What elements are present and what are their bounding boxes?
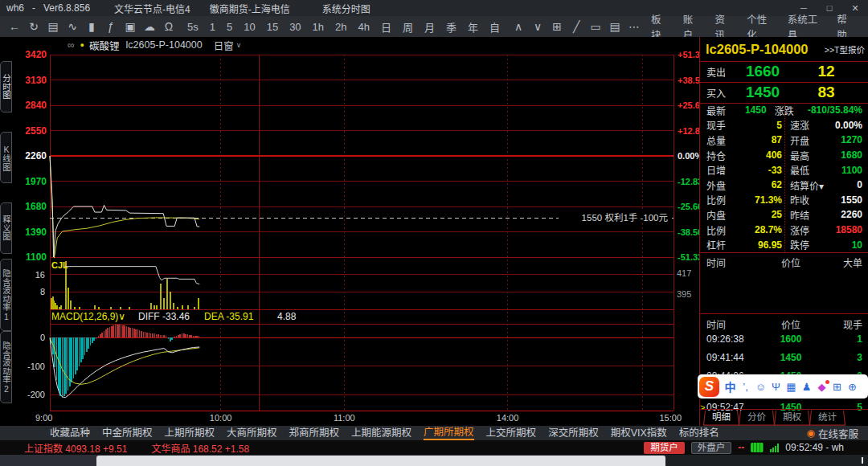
exchange-tab-标的排名[interactable]: 标的排名: [679, 427, 719, 439]
period-button-30[interactable]: 30: [284, 21, 306, 33]
stat-label[interactable]: 结算价▾: [790, 178, 832, 192]
svg-text:10:00: 10:00: [210, 413, 232, 423]
trade-time: 09:41:44: [706, 352, 763, 363]
svg-text:11:00: 11:00: [334, 413, 355, 423]
back-icon[interactable]: ←: [5, 17, 24, 37]
overseas-account-button[interactable]: 外盘户: [691, 442, 732, 454]
expand-icon[interactable]: ∨: [528, 17, 547, 37]
exchange-tab-上交所期权[interactable]: 上交所期权: [486, 427, 537, 439]
ime-voice-icon[interactable]: Ψ: [768, 381, 784, 393]
stat-label: 内盘: [706, 208, 745, 222]
svg-text:1550 权利1手 -100元: 1550 权利1手 -100元: [582, 212, 669, 223]
broker-label: 徽商期货-上海电信: [210, 2, 290, 15]
order-flow-icon[interactable]: ƒ: [101, 17, 121, 37]
os-taskbar[interactable]: [0, 455, 868, 466]
tick-line-icon[interactable]: ∿: [63, 17, 82, 37]
ime-toolbox-icon[interactable]: ⊞: [829, 381, 845, 393]
link-icon[interactable]: ∞: [68, 39, 75, 51]
period-button-周[interactable]: 周: [397, 19, 419, 35]
ask-row[interactable]: 卖出 1660 12: [700, 61, 868, 82]
index-ticker: 文华商品 168.52 +1.58: [151, 441, 249, 455]
period-button-5s[interactable]: 5s: [182, 21, 204, 33]
exchange-tab-深交所期权[interactable]: 深交所期权: [548, 427, 599, 439]
period-button-年[interactable]: 年: [462, 19, 484, 35]
ime-toolbar: S 中’,☺Ψ▦♟◆⊞⊕: [698, 374, 868, 399]
svg-text:MACD(12,26,9)∨: MACD(12,26,9)∨: [51, 311, 125, 322]
period-button-4h[interactable]: 4h: [353, 21, 375, 33]
cloud-download-icon[interactable]: ☁: [140, 17, 159, 37]
exchange-tab-上期所期权[interactable]: 上期所期权: [165, 427, 215, 439]
pip-window-icon[interactable]: ▣: [121, 17, 140, 37]
quote-board-icon[interactable]: ▤: [43, 17, 63, 37]
taskbar-tray[interactable]: [665, 455, 868, 466]
quote-title-row: lc2605-P-104000 >>T型报价: [700, 37, 868, 61]
exchange-tab-上期能源期权[interactable]: 上期能源期权: [351, 427, 411, 439]
ime-settings-icon[interactable]: ⊕: [845, 381, 860, 393]
view-tab-1[interactable]: 分时图: [0, 61, 12, 112]
refresh-icon[interactable]: ↻: [24, 17, 43, 37]
period-button-2h[interactable]: 2h: [330, 21, 352, 33]
ime-punctuation-icon[interactable]: ’,: [738, 381, 753, 393]
ime-chinese-mode-icon[interactable]: 中: [723, 378, 738, 394]
period-button-月[interactable]: 月: [419, 19, 440, 35]
status-right: 期货户 外盘户 -- 09:52:49 - wh: [644, 442, 844, 454]
panel-tab-期权[interactable]: 期权: [776, 411, 809, 424]
bid-label: 买入: [706, 86, 726, 100]
collapse-icon[interactable]: ∧: [509, 17, 528, 37]
panel-tab-统计[interactable]: 统计: [811, 411, 844, 424]
layout-icon[interactable]: ▤: [605, 17, 624, 37]
period-button-1[interactable]: 1: [204, 21, 221, 33]
trade-row[interactable]: 09:41:4414503: [700, 350, 868, 366]
ime-skin-icon[interactable]: ◆: [814, 381, 829, 393]
sogou-logo-icon[interactable]: S: [699, 377, 719, 397]
index-ticker: 上证指数 4093.18 +9.51: [24, 441, 127, 455]
alert-bell-icon[interactable]: Ω: [159, 17, 178, 37]
svg-text:0.00%: 0.00%: [678, 151, 699, 161]
stat-value: 1680: [832, 149, 862, 161]
insert-indicator-icon[interactable]: ⊞: [547, 17, 567, 37]
period-button-日[interactable]: 日: [375, 19, 397, 35]
rect-tool-icon[interactable]: ▭: [586, 17, 605, 37]
t-quote-link[interactable]: >>T型报价: [825, 43, 865, 55]
view-tab-4[interactable]: 隐含波动率1: [0, 259, 12, 331]
svg-text:15:00: 15:00: [659, 413, 682, 423]
exchange-tab-中金所期权[interactable]: 中金所期权: [102, 427, 153, 439]
ime-account-icon[interactable]: ♟: [799, 381, 814, 393]
trade-row[interactable]: 09:26:3816001: [700, 331, 868, 347]
exchange-tab-广期所期权[interactable]: 广期所期权: [424, 426, 474, 440]
exchange-tab-期权VIX指数[interactable]: 期权VIX指数: [611, 427, 667, 439]
futures-account-button[interactable]: 期货户: [644, 442, 685, 454]
stat-value: 18580: [832, 224, 862, 235]
panel-tab-明细[interactable]: 明细: [705, 411, 738, 424]
intraday-chart[interactable]: 3420+51.33%3130+38.50%2840+25.66%2550+12…: [0, 37, 699, 426]
taskbar-pill[interactable]: [96, 456, 665, 466]
draw-line-icon[interactable]: ╱: [567, 17, 586, 37]
svg-text:-200: -200: [27, 390, 45, 399]
market-monitor-icon[interactable]: [751, 443, 764, 452]
stat-label: 最低: [790, 163, 832, 177]
period-button-10[interactable]: 10: [238, 21, 260, 33]
period-button-自[interactable]: 自: [484, 19, 506, 35]
bid-row[interactable]: 买入 1450 83: [700, 82, 868, 103]
period-button-15[interactable]: 15: [261, 21, 284, 33]
ime-keyboard-icon[interactable]: ▦: [784, 381, 799, 393]
kline-chart-icon[interactable]: ▮: [82, 17, 101, 37]
view-tab-2[interactable]: K线图: [0, 132, 12, 183]
period-button-1h[interactable]: 1h: [307, 21, 330, 33]
exchange-tab-大商所期权[interactable]: 大商所期权: [227, 427, 277, 439]
more-icon[interactable]: ⋯: [624, 17, 644, 37]
window-mode-select[interactable]: 日窗: [214, 38, 234, 53]
exchange-tab-郑商所期权[interactable]: 郑商所期权: [289, 427, 340, 439]
exchange-tab-收藏品种[interactable]: 收藏品种: [50, 427, 90, 439]
online-service-button[interactable]: ◉在线客服: [807, 426, 859, 441]
divider: [784, 103, 785, 252]
stat-value: 62: [745, 179, 782, 190]
period-button-5[interactable]: 5: [221, 21, 238, 33]
view-tab-3[interactable]: 释义图: [0, 202, 12, 254]
chart-header: ∞ ● 碳酸锂 lc2605-P-104000 日窗 ∨: [68, 38, 241, 52]
period-button-季[interactable]: 季: [440, 19, 462, 35]
panel-tab-分价[interactable]: 分价: [740, 411, 773, 424]
view-tab-5[interactable]: 隐含波动率2: [0, 331, 12, 403]
ime-emoji-icon[interactable]: ☺: [753, 381, 768, 393]
chevron-down-icon[interactable]: ∨: [236, 41, 242, 49]
